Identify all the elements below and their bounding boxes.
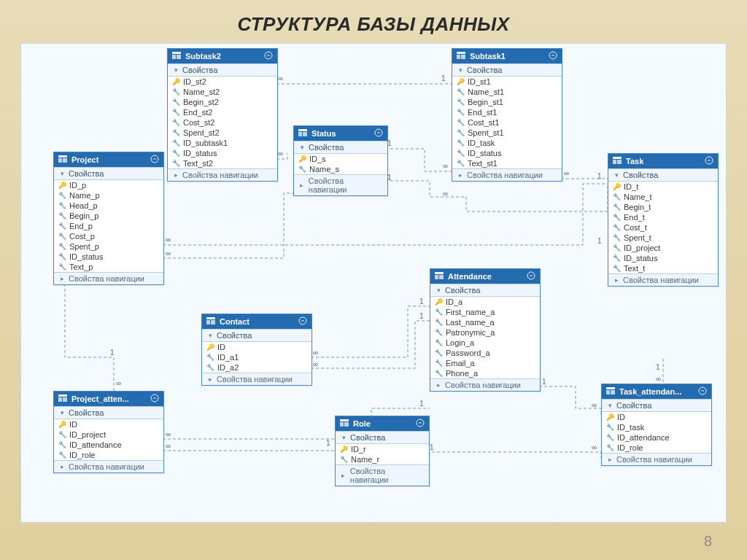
field-row[interactable]: 🔧Spent_p [54, 241, 163, 252]
entity-header[interactable]: Role [336, 416, 429, 431]
field-row[interactable]: 🔧Name_st1 [452, 87, 562, 97]
field-row[interactable]: 🔑ID_p [54, 180, 163, 190]
field-row[interactable]: 🔧ID_task [452, 138, 562, 148]
entity-header[interactable]: Task [608, 154, 718, 168]
field-row[interactable]: 🔧Spent_st1 [452, 128, 562, 138]
field-row[interactable]: 🔧Begin_p [54, 211, 163, 221]
field-row[interactable]: 🔧ID_status [54, 252, 163, 262]
field-row[interactable]: 🔧Begin_t [608, 202, 718, 212]
collapse-icon[interactable] [150, 155, 159, 165]
field-row[interactable]: 🔧Patronymic_a [430, 327, 540, 338]
field-row[interactable]: 🔧Text_p [54, 262, 163, 272]
entity-header[interactable]: Attendance [430, 269, 540, 284]
field-row[interactable]: 🔧Text_st2 [168, 158, 277, 168]
properties-section[interactable]: ▾Свойства [202, 329, 311, 342]
field-row[interactable]: 🔑ID [602, 412, 711, 422]
field-row[interactable]: 🔧ID_status [608, 253, 718, 263]
nav-properties-section[interactable]: ▸Свойства навигации [202, 373, 311, 385]
entity-header[interactable]: Subtask2 [168, 49, 277, 63]
field-row[interactable]: 🔧Name_s [294, 164, 387, 174]
field-row[interactable]: 🔑ID_r [336, 444, 429, 454]
entity-subtask1[interactable]: Subtask1▾Свойства🔑ID_st1🔧Name_st1🔧Begin_… [452, 48, 562, 182]
properties-section[interactable]: ▾Свойства [430, 284, 540, 297]
nav-properties-section[interactable]: ▸Свойства навигации [54, 460, 163, 472]
entity-contact[interactable]: Contact▾Свойства🔑ID🔧ID_a1🔧ID_a2▸Свойства… [201, 314, 312, 386]
field-row[interactable]: 🔑ID_s [294, 154, 387, 164]
field-row[interactable]: 🔧ID_a2 [202, 362, 311, 373]
nav-properties-section[interactable]: ▸Свойства навигации [294, 174, 387, 195]
field-row[interactable]: 🔧ID_role [602, 443, 711, 453]
field-row[interactable]: 🔧Name_p [54, 190, 163, 201]
field-row[interactable]: 🔑ID_a [430, 297, 540, 307]
nav-properties-section[interactable]: ▸Свойства навигации [608, 273, 718, 286]
field-row[interactable]: 🔧Name_r [336, 454, 429, 464]
entity-header[interactable]: Contact [202, 314, 311, 329]
entity-attendance[interactable]: Attendance▾Свойства🔑ID_a🔧First_name_a🔧La… [430, 268, 541, 392]
field-row[interactable]: 🔧ID_status [452, 148, 562, 158]
entity-header[interactable]: Task_attendan... [602, 384, 711, 399]
nav-properties-section[interactable]: ▸Свойства навигации [54, 272, 163, 284]
field-row[interactable]: 🔧ID_role [54, 450, 163, 460]
collapse-icon[interactable] [374, 128, 383, 139]
entity-subtask2[interactable]: Subtask2▾Свойства🔑ID_st2🔧Name_st2🔧Begin_… [167, 48, 278, 182]
field-row[interactable]: 🔧End_st2 [168, 107, 277, 117]
field-row[interactable]: 🔧Last_name_a [430, 317, 540, 327]
entity-task[interactable]: Task▾Свойства🔑ID_t🔧Name_t🔧Begin_t🔧End_t🔧… [608, 153, 719, 287]
properties-section[interactable]: ▾Свойства [168, 63, 277, 77]
properties-section[interactable]: ▾Свойства [336, 431, 429, 444]
entity-header[interactable]: Status [294, 126, 387, 141]
nav-properties-section[interactable]: ▸Свойства навигации [452, 168, 562, 181]
field-row[interactable]: 🔧Begin_st1 [452, 97, 562, 107]
field-row[interactable]: 🔧ID_task [602, 422, 711, 432]
entity-header[interactable]: Project [54, 152, 163, 167]
field-row[interactable]: 🔧ID_project [608, 243, 718, 253]
field-row[interactable]: 🔧ID_status [168, 148, 277, 158]
collapse-icon[interactable] [705, 156, 713, 166]
entity-task-attendan[interactable]: Task_attendan...▾Свойства🔑ID🔧ID_task🔧ID_… [601, 384, 712, 466]
collapse-icon[interactable] [549, 51, 557, 61]
field-row[interactable]: 🔧End_st1 [452, 107, 562, 117]
collapse-icon[interactable] [416, 419, 425, 429]
field-row[interactable]: 🔧Name_t [608, 192, 718, 202]
field-row[interactable]: 🔧ID_attendance [54, 440, 163, 450]
properties-section[interactable]: ▾Свойства [602, 399, 711, 412]
field-row[interactable]: 🔧Cost_t [608, 222, 718, 233]
field-row[interactable]: 🔧Name_st2 [168, 87, 277, 97]
properties-section[interactable]: ▾Свойства [54, 406, 163, 419]
nav-properties-section[interactable]: ▸Свойства навигации [602, 453, 711, 465]
entity-project[interactable]: Project▾Свойства🔑ID_p🔧Name_p🔧Head_p🔧Begi… [53, 152, 164, 285]
field-row[interactable]: 🔧Head_p [54, 201, 163, 211]
field-row[interactable]: 🔧ID_project [54, 429, 163, 440]
field-row[interactable]: 🔧Text_t [608, 263, 718, 273]
field-row[interactable]: 🔧End_t [608, 212, 718, 222]
entity-role[interactable]: Role▾Свойства🔑ID_r🔧Name_r▸Свойства навиг… [335, 416, 430, 486]
field-row[interactable]: 🔧Phone_a [430, 368, 540, 378]
field-row[interactable]: 🔧Begin_st2 [168, 97, 277, 107]
entity-status[interactable]: Status▾Свойства🔑ID_s🔧Name_s▸Свойства нав… [293, 125, 388, 196]
field-row[interactable]: 🔧ID_subtask1 [168, 138, 277, 148]
properties-section[interactable]: ▾Свойства [294, 141, 387, 154]
field-row[interactable]: 🔑ID_st2 [168, 77, 277, 87]
entity-header[interactable]: Project_atten... [54, 392, 163, 406]
nav-properties-section[interactable]: ▸Свойства навигации [430, 378, 540, 391]
collapse-icon[interactable] [264, 51, 273, 61]
entity-project-atten[interactable]: Project_atten...▾Свойства🔑ID🔧ID_project🔧… [53, 391, 164, 473]
collapse-icon[interactable] [298, 316, 307, 327]
nav-properties-section[interactable]: ▸Свойства навигации [168, 168, 277, 181]
field-row[interactable]: 🔧Cost_st2 [168, 117, 277, 128]
field-row[interactable]: 🔧Text_st1 [452, 158, 562, 168]
field-row[interactable]: 🔧Spent_st2 [168, 128, 277, 138]
field-row[interactable]: 🔑ID_st1 [452, 77, 562, 87]
collapse-icon[interactable] [527, 271, 535, 281]
field-row[interactable]: 🔧Login_a [430, 338, 540, 348]
entity-header[interactable]: Subtask1 [452, 49, 562, 63]
field-row[interactable]: 🔧Cost_st1 [452, 117, 562, 128]
collapse-icon[interactable] [698, 386, 707, 397]
field-row[interactable]: 🔑ID_t [608, 182, 718, 192]
field-row[interactable]: 🔑ID [202, 342, 311, 352]
properties-section[interactable]: ▾Свойства [452, 63, 562, 77]
collapse-icon[interactable] [150, 394, 159, 404]
nav-properties-section[interactable]: ▸Свойства навигации [336, 464, 429, 486]
field-row[interactable]: 🔧Email_a [430, 358, 540, 368]
field-row[interactable]: 🔧ID_attendance [602, 432, 711, 443]
